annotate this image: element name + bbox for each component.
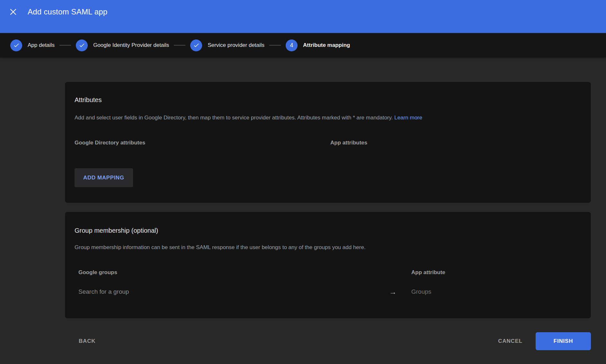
dialog-actions: BACK CANCEL FINISH <box>65 332 591 350</box>
attributes-card-description: Add and select user fields in Google Dir… <box>75 114 581 122</box>
step-complete-check-icon <box>10 39 22 51</box>
app-attributes-header: App attributes <box>330 139 367 146</box>
step-label: Google Identity Provider details <box>93 42 169 48</box>
learn-more-link[interactable]: Learn more <box>394 115 422 121</box>
group-membership-card: Group membership (optional) Group member… <box>65 212 591 318</box>
attributes-column-headers: Google Directory attributes App attribut… <box>75 139 581 146</box>
attributes-description-text: Add and select user fields in Google Dir… <box>75 115 393 121</box>
google-groups-header: Google groups <box>78 269 411 276</box>
step-connector-line <box>174 45 185 46</box>
close-icon[interactable] <box>9 7 18 16</box>
step-complete-check-icon <box>190 39 202 51</box>
dialog-title: Add custom SAML app <box>28 7 107 16</box>
cancel-button[interactable]: CANCEL <box>498 338 522 344</box>
google-directory-attributes-header: Google Directory attributes <box>75 139 330 146</box>
step-label: Service provider details <box>208 42 264 48</box>
step-app-details[interactable]: App details <box>10 39 55 51</box>
add-mapping-button[interactable]: ADD MAPPING <box>75 168 133 187</box>
step-attribute-mapping: 4 Attribute mapping <box>286 39 350 51</box>
group-membership-card-title: Group membership (optional) <box>75 226 581 235</box>
finish-button[interactable]: FINISH <box>536 332 591 350</box>
dialog-body: Attributes Add and select user fields in… <box>65 82 591 350</box>
step-google-idp-details[interactable]: Google Identity Provider details <box>76 39 169 51</box>
attributes-card-title: Attributes <box>75 96 581 104</box>
step-service-provider-details[interactable]: Service provider details <box>190 39 264 51</box>
arrow-right-icon: → <box>389 289 411 295</box>
step-number-badge: 4 <box>286 39 298 51</box>
back-button[interactable]: BACK <box>79 338 95 344</box>
step-complete-check-icon <box>76 39 88 51</box>
group-column-headers: Google groups App attribute <box>78 269 581 276</box>
close-x-glyph <box>9 8 17 16</box>
group-mapping-row: → Groups <box>78 288 581 296</box>
app-attribute-header: App attribute <box>411 269 445 276</box>
stepper: App details Google Identity Provider det… <box>0 33 606 57</box>
dialog-header: Add custom SAML app <box>0 0 606 33</box>
group-search-input[interactable] <box>78 288 389 295</box>
add-custom-saml-app-dialog: Add custom SAML app App details Google I… <box>0 0 606 350</box>
step-label: Attribute mapping <box>303 42 350 48</box>
step-connector-line <box>269 45 281 46</box>
group-membership-description: Group membership information can be sent… <box>75 244 581 251</box>
step-label: App details <box>28 42 55 48</box>
attributes-card: Attributes Add and select user fields in… <box>65 82 591 203</box>
app-attribute-value[interactable]: Groups <box>411 288 431 296</box>
step-connector-line <box>59 45 71 46</box>
